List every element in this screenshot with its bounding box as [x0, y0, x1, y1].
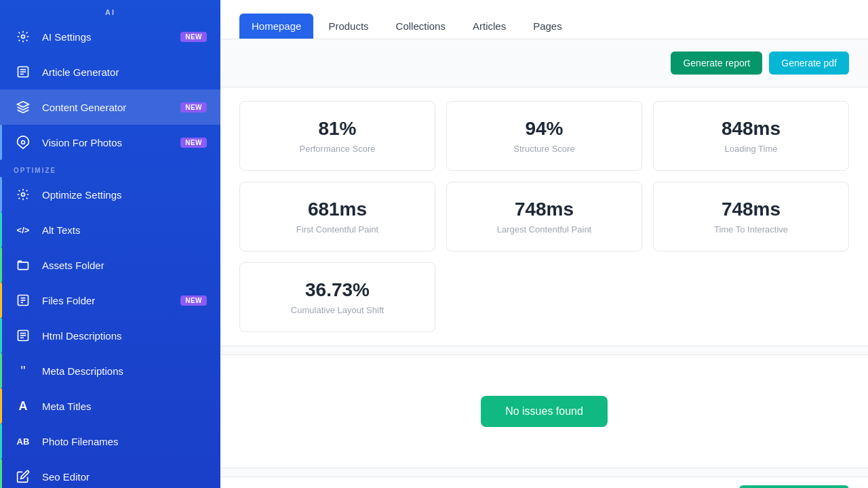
metric-value: 748ms: [667, 199, 835, 220]
alt-texts-icon: </>: [14, 220, 33, 239]
new-badge: NEW: [180, 102, 207, 113]
assets-folder-icon: [14, 256, 33, 274]
left-accent: [0, 318, 2, 353]
left-accent: [0, 283, 2, 318]
ai-settings-icon: [14, 27, 33, 46]
metric-label: Largest Contentful Paint: [460, 224, 628, 235]
left-accent: [0, 247, 2, 283]
metric-value: 681ms: [254, 199, 421, 220]
sidebar-item-label: Assets Folder: [42, 260, 207, 271]
metric-label: Performance Score: [254, 144, 421, 154]
sidebar-item-label: Meta Titles: [42, 401, 207, 412]
article-generator-icon: [14, 62, 33, 81]
content-generator-icon: [14, 98, 33, 117]
no-issues-section: No issues found: [220, 354, 868, 468]
footer-area: HIRE SUPPORT ✏️: [220, 476, 868, 488]
sidebar-item-photo-filenames[interactable]: AB Photo Filenames: [0, 424, 220, 459]
hire-support-button[interactable]: HIRE SUPPORT ✏️: [739, 485, 849, 488]
metric-card-lcp: 748ms Largest Contentful Paint: [446, 182, 642, 251]
metric-card-cls: 36.73% Cumulative Layout Shift: [239, 262, 435, 332]
metric-value: 36.73%: [254, 279, 421, 301]
generate-report-button[interactable]: Generate report: [671, 52, 762, 75]
sidebar-item-label: Alt Texts: [42, 224, 207, 236]
sidebar-item-label: Html Descriptions: [42, 330, 207, 342]
tab-products[interactable]: Products: [316, 14, 380, 39]
metrics-grid: 81% Performance Score 94% Structure Scor…: [239, 101, 849, 332]
ai-section-label: AI: [0, 0, 220, 19]
left-accent: [0, 388, 2, 424]
seo-editor-icon: [14, 467, 33, 486]
sidebar-item-article-generator[interactable]: Article Generator: [0, 54, 220, 89]
sidebar-item-vision-for-photos[interactable]: Vision For Photos NEW: [0, 125, 220, 160]
left-accent: [0, 177, 2, 212]
new-badge: NEW: [180, 296, 207, 306]
metrics-section: 81% Performance Score 94% Structure Scor…: [220, 87, 868, 346]
sidebar-item-label: Meta Descriptions: [42, 365, 207, 377]
metric-card-performance: 81% Performance Score: [239, 101, 435, 171]
meta-descriptions-icon: ": [14, 361, 33, 380]
sidebar-item-label: Vision For Photos: [42, 137, 180, 148]
content-header: Generate report Generate pdf: [220, 39, 868, 87]
sidebar-item-label: Files Folder: [42, 295, 180, 306]
sidebar-item-label: Optimize Settings: [42, 189, 207, 201]
sidebar-item-html-descriptions[interactable]: Html Descriptions: [0, 318, 220, 353]
tab-articles[interactable]: Articles: [460, 14, 518, 39]
left-accent: [0, 424, 2, 459]
svg-point-0: [22, 35, 25, 39]
tab-homepage[interactable]: Homepage: [239, 14, 313, 39]
metric-card-fcp: 681ms First Contentful Paint: [239, 182, 435, 251]
sidebar-item-label: Content Generator: [42, 102, 180, 113]
optimize-settings-icon: [14, 185, 33, 204]
metric-label: Structure Score: [460, 144, 628, 154]
tabs-bar: Homepage Products Collections Articles P…: [220, 0, 868, 39]
tab-pages[interactable]: Pages: [521, 14, 574, 39]
tab-collections[interactable]: Collections: [384, 14, 458, 39]
sidebar-item-label: Article Generator: [42, 66, 207, 78]
sidebar-item-meta-descriptions[interactable]: " Meta Descriptions: [0, 353, 220, 388]
meta-titles-icon: A: [14, 396, 33, 415]
metric-card-loading: 848ms Loading Time: [653, 101, 849, 171]
optimize-section-label: OPTIMIZE: [0, 160, 220, 177]
left-accent: [0, 125, 2, 160]
left-accent: [0, 212, 2, 247]
sidebar-item-ai-settings[interactable]: AI Settings NEW: [0, 19, 220, 54]
left-accent: [0, 459, 2, 488]
sidebar: AI AI Settings NEW Article Generator Con…: [0, 0, 220, 488]
metric-label: Loading Time: [667, 144, 835, 154]
metric-value: 748ms: [460, 199, 628, 220]
metric-value: 81%: [254, 118, 421, 140]
metric-label: Cumulative Layout Shift: [254, 305, 421, 315]
files-folder-icon: [14, 291, 33, 310]
left-accent: [0, 353, 2, 388]
content-area: Generate report Generate pdf 81% Perform…: [220, 39, 868, 488]
sidebar-item-label: Seo Editor: [42, 471, 207, 483]
sidebar-item-label: Photo Filenames: [42, 436, 207, 447]
sidebar-item-meta-titles[interactable]: A Meta Titles: [0, 388, 220, 424]
sidebar-item-optimize-settings[interactable]: Optimize Settings: [0, 177, 220, 212]
new-badge: NEW: [180, 32, 207, 42]
sidebar-item-label: AI Settings: [42, 31, 180, 43]
sidebar-item-assets-folder[interactable]: Assets Folder: [0, 247, 220, 283]
sidebar-item-alt-texts[interactable]: </> Alt Texts: [0, 212, 220, 247]
metric-value: 94%: [460, 118, 628, 140]
main-content: Homepage Products Collections Articles P…: [220, 0, 868, 488]
sidebar-item-content-generator[interactable]: Content Generator NEW: [0, 89, 220, 125]
html-descriptions-icon: [14, 326, 33, 345]
metric-value: 848ms: [667, 118, 835, 140]
metric-card-structure: 94% Structure Score: [446, 101, 642, 171]
no-issues-button[interactable]: No issues found: [481, 396, 608, 427]
svg-point-5: [22, 141, 25, 144]
generate-pdf-button[interactable]: Generate pdf: [769, 52, 849, 75]
svg-point-6: [22, 193, 25, 197]
metric-label: First Contentful Paint: [254, 224, 421, 235]
vision-icon: [14, 133, 33, 152]
new-badge: NEW: [180, 138, 207, 148]
metric-label: Time To Interactive: [667, 224, 835, 235]
sidebar-item-seo-editor[interactable]: Seo Editor: [0, 459, 220, 488]
sidebar-item-files-folder[interactable]: Files Folder NEW: [0, 283, 220, 318]
metric-card-tti: 748ms Time To Interactive: [653, 182, 849, 251]
photo-filenames-icon: AB: [14, 432, 33, 451]
